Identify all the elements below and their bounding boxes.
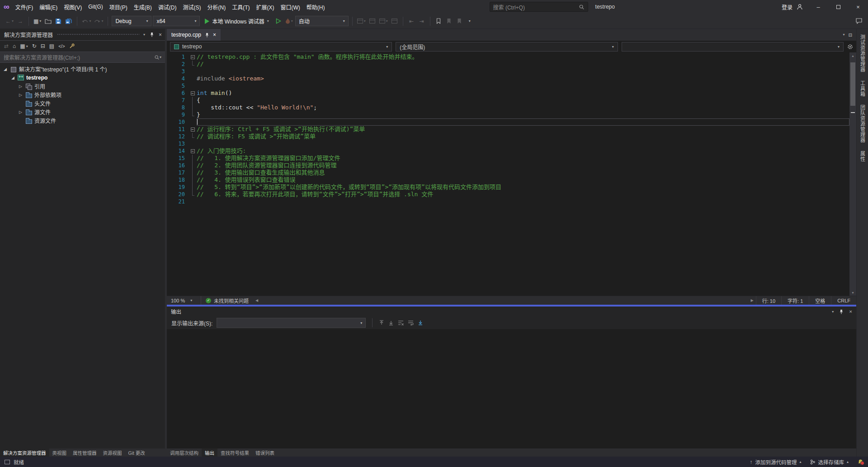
scroll-up-icon[interactable]: ▲ bbox=[851, 52, 854, 59]
scrollbar-thumb[interactable] bbox=[850, 62, 855, 106]
code-line-16[interactable]: 16// 2. 使用团队资源管理器窗口连接到源代码管理 bbox=[167, 162, 849, 169]
window-position-icon[interactable]: ▾ bbox=[143, 33, 145, 37]
window-layout-button[interactable]: ▦▾ bbox=[33, 16, 42, 27]
output-content[interactable] bbox=[167, 329, 856, 448]
scroll-right-icon[interactable]: ▶ bbox=[749, 298, 756, 302]
menu-调试(D)[interactable]: 调试(D) bbox=[155, 0, 180, 14]
send-feedback-button[interactable] bbox=[854, 16, 863, 27]
save-button[interactable] bbox=[54, 16, 63, 27]
fold-collapse-icon[interactable]: − bbox=[189, 126, 197, 133]
fold-collapse-icon[interactable]: − bbox=[189, 147, 197, 155]
code-line-11[interactable]: 11−// 运行程序: Ctrl + F5 或调试 >“开始执行(不调试)”菜单 bbox=[167, 126, 849, 133]
code-line-12[interactable]: 12// 调试程序: F5 或调试 >“开始调试”菜单 bbox=[167, 133, 849, 140]
side-tab--[interactable]: 属性 bbox=[859, 151, 866, 162]
expander-icon[interactable]: ▷ bbox=[18, 84, 23, 89]
spaces-indicator[interactable]: 空格 bbox=[809, 296, 831, 305]
code-line-9[interactable]: 9} bbox=[167, 111, 849, 118]
member-scope-dropdown[interactable]: ▾ bbox=[622, 42, 844, 52]
code-line-18[interactable]: 18// 4. 使用错误列表窗口查看错误 bbox=[167, 176, 849, 184]
code-line-7[interactable]: 7{ bbox=[167, 97, 849, 104]
fold-collapse-icon[interactable]: − bbox=[189, 53, 197, 61]
close-panel-icon[interactable]: × bbox=[849, 309, 852, 314]
code-line-10[interactable]: 10 bbox=[167, 118, 849, 126]
search-options-icon[interactable]: ▾ bbox=[160, 55, 161, 59]
solution-platform-dropdown[interactable]: x64▾ bbox=[153, 16, 200, 26]
settings-gear-icon[interactable] bbox=[847, 44, 853, 50]
previous-bookmark-button[interactable] bbox=[444, 16, 453, 27]
tool-tab--[interactable]: 错误列表 bbox=[252, 448, 278, 457]
code-line-8[interactable]: 8 std::cout << "Hello World!\n"; bbox=[167, 104, 849, 111]
background-tasks-icon[interactable] bbox=[5, 460, 10, 464]
goto-next-message-button[interactable] bbox=[388, 320, 394, 325]
watch-window-button[interactable] bbox=[390, 16, 399, 27]
scrollbar-track[interactable] bbox=[849, 59, 856, 289]
code-line-21[interactable]: 21 bbox=[167, 198, 849, 205]
menu-扩展(X)[interactable]: 扩展(X) bbox=[253, 0, 278, 14]
back-forward-icon[interactable]: ⇄ bbox=[4, 43, 9, 49]
undo-button[interactable]: ▾ bbox=[81, 16, 92, 27]
menu-生成(B)[interactable]: 生成(B) bbox=[131, 0, 155, 14]
tool-tab--[interactable]: 查找符号结果 bbox=[217, 448, 252, 457]
tool-tab--[interactable]: 解决方案资源管理器 bbox=[0, 448, 49, 457]
toolbar-overflow-button[interactable]: ▾ bbox=[465, 16, 474, 27]
line-ending-indicator[interactable]: CRLF bbox=[831, 296, 856, 305]
code-line-2[interactable]: 2// bbox=[167, 61, 849, 68]
code-editor[interactable]: 1−// testrepo.cpp : 此文件包含 "main" 函数。程序执行… bbox=[167, 52, 856, 296]
menu-Git(G)[interactable]: Git(G) bbox=[85, 0, 106, 14]
editor-horizontal-scrollbar[interactable]: ◀ ▶ bbox=[253, 296, 756, 305]
switch-views-icon[interactable]: ▦▾ bbox=[20, 43, 28, 49]
pin-icon[interactable] bbox=[205, 33, 209, 38]
menu-分析(N)[interactable]: 分析(N) bbox=[204, 0, 229, 14]
code-line-13[interactable]: 13 bbox=[167, 140, 849, 147]
tool-tab--[interactable]: 资源视图 bbox=[100, 448, 125, 457]
quick-search-box[interactable]: 搜索 (Ctrl+Q) bbox=[490, 2, 588, 12]
menu-视图(V)[interactable]: 视图(V) bbox=[61, 0, 85, 14]
menu-文件(F)[interactable]: 文件(F) bbox=[12, 0, 36, 14]
side-tab--[interactable]: 测试资源管理器 bbox=[859, 34, 866, 72]
save-all-button[interactable] bbox=[64, 16, 73, 27]
tool-tab--[interactable]: 调用层次结构 bbox=[167, 448, 202, 457]
start-debugging-button[interactable]: 本地 Windows 调试器 ▾ bbox=[201, 16, 272, 27]
view-code-icon[interactable]: </> bbox=[58, 44, 65, 49]
menu-帮助(H)[interactable]: 帮助(H) bbox=[303, 0, 328, 14]
refresh-icon[interactable]: ↻ bbox=[32, 43, 37, 49]
window-position-icon[interactable]: ▾ bbox=[832, 310, 834, 314]
goto-previous-message-button[interactable] bbox=[379, 320, 384, 325]
solution-configuration-dropdown[interactable]: Debug▾ bbox=[112, 16, 151, 26]
code-line-4[interactable]: 4#include <iostream> bbox=[167, 75, 849, 82]
float-window-icon[interactable]: ⊟ bbox=[849, 33, 852, 38]
menu-编辑(E)[interactable]: 编辑(E) bbox=[36, 0, 61, 14]
solution-explorer-header[interactable]: 解决方案资源管理器 ▾ × bbox=[0, 29, 165, 40]
scroll-left-icon[interactable]: ◀ bbox=[253, 298, 260, 302]
code-line-5[interactable]: 5 bbox=[167, 82, 849, 90]
tree-item--[interactable]: ▷源文件 bbox=[0, 108, 165, 116]
tool-tab--[interactable]: 属性管理器 bbox=[70, 448, 100, 457]
notifications-bell-icon[interactable] bbox=[858, 459, 863, 465]
zoom-dropdown[interactable]: 100 % ▾ bbox=[167, 296, 201, 305]
project-scope-dropdown[interactable]: testrepo ▾ bbox=[170, 42, 392, 52]
navigate-backward-button[interactable]: ←▾ bbox=[5, 16, 14, 27]
start-without-debugging-button[interactable] bbox=[274, 16, 283, 27]
code-line-20[interactable]: 20// 6. 将来，若要再次打开此项目，请转到“文件”>“打开”>“项目”并选… bbox=[167, 191, 849, 198]
code-line-17[interactable]: 17// 3. 使用输出窗口查看生成输出和其他消息 bbox=[167, 169, 849, 176]
redo-button[interactable]: ▾ bbox=[93, 16, 104, 27]
tree-item-testrepo[interactable]: ◢testrepo bbox=[0, 73, 165, 82]
close-tab-icon[interactable]: × bbox=[213, 32, 216, 38]
watch-mode-dropdown[interactable]: 自动▾ bbox=[295, 16, 349, 26]
menu-工具(T)[interactable]: 工具(T) bbox=[229, 0, 253, 14]
horizontal-scrollbar-track[interactable] bbox=[260, 296, 749, 305]
properties-icon[interactable] bbox=[69, 43, 75, 49]
add-to-source-control-button[interactable]: ↑ 添加到源代码管理 ▴ bbox=[750, 458, 802, 466]
code-line-14[interactable]: 14−// 入门使用技巧: bbox=[167, 147, 849, 155]
minimize-button[interactable]: – bbox=[808, 0, 828, 14]
document-tab-testrepo-cpp[interactable]: testrepo.cpp × bbox=[167, 29, 221, 41]
maximize-button[interactable] bbox=[828, 0, 848, 14]
code-line-1[interactable]: 1−// testrepo.cpp : 此文件包含 "main" 函数。程序执行… bbox=[167, 53, 849, 61]
menu-测试(S)[interactable]: 测试(S) bbox=[180, 0, 204, 14]
solution-explorer-search-box[interactable]: 搜索解决方案资源管理器(Ctrl+;) ▾ bbox=[0, 52, 165, 63]
tab-list-dropdown-icon[interactable]: ▾ bbox=[843, 33, 845, 38]
code-line-6[interactable]: 6−int main() bbox=[167, 90, 849, 97]
next-bookmark-button[interactable] bbox=[455, 16, 464, 27]
tree-item--[interactable]: 头文件 bbox=[0, 99, 165, 108]
open-file-button[interactable] bbox=[43, 16, 52, 27]
